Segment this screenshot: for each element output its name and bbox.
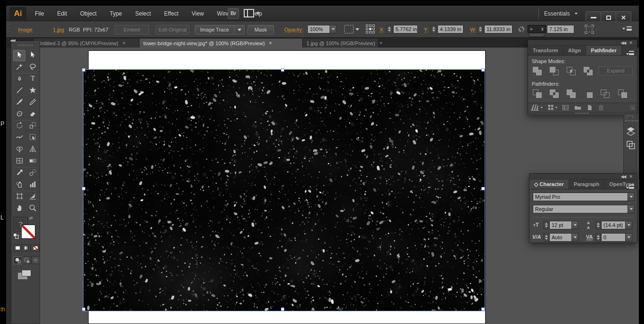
- opacity-label[interactable]: Opacity:: [284, 27, 303, 33]
- new-folder-icon[interactable]: [574, 104, 582, 111]
- artboards-panel-icon[interactable]: [626, 140, 636, 150]
- opacity-dropdown-button[interactable]: [330, 25, 337, 33]
- intersect-icon[interactable]: [566, 66, 577, 76]
- tracking-stepper[interactable]: [595, 233, 601, 242]
- tracking-dropdown-button[interactable]: [626, 233, 632, 242]
- bounding-box-icon[interactable]: [584, 24, 595, 36]
- menu-edit[interactable]: Edit: [52, 10, 72, 17]
- paintbrush-tool[interactable]: [13, 97, 25, 108]
- free-transform-tool[interactable]: [26, 132, 39, 144]
- close-panel-icon[interactable]: ✕: [629, 174, 635, 179]
- w-stepper[interactable]: [478, 25, 483, 33]
- slice-tool[interactable]: [26, 191, 39, 202]
- leading-field[interactable]: (14.4 pt): [601, 221, 626, 229]
- shaper-tool[interactable]: [13, 109, 25, 120]
- direct-selection-tool[interactable]: [26, 50, 39, 61]
- font-style-dropdown-button[interactable]: [628, 205, 635, 213]
- tab-align[interactable]: Align: [563, 46, 586, 55]
- brush-libraries-icon[interactable]: [530, 104, 543, 111]
- embed-button[interactable]: Embed: [115, 25, 149, 34]
- arrange-documents-button[interactable]: [244, 9, 260, 18]
- tab-transform[interactable]: Transform: [528, 46, 563, 55]
- shape-builder-tool[interactable]: [13, 144, 25, 155]
- tab-close-icon[interactable]: ×: [123, 40, 125, 46]
- eraser-tool[interactable]: [26, 109, 39, 120]
- panel-grip[interactable]: [528, 33, 545, 37]
- tab-close-icon[interactable]: ×: [269, 40, 272, 46]
- x-label[interactable]: X:: [380, 27, 384, 33]
- selection-handle[interactable]: [481, 187, 485, 190]
- style-control[interactable]: [344, 25, 359, 33]
- star-tool[interactable]: [26, 85, 39, 97]
- menu-object[interactable]: Object: [75, 10, 101, 17]
- menu-file[interactable]: File: [30, 10, 49, 17]
- collapsed-floating-panel[interactable]: » x: [528, 25, 546, 37]
- document-tab[interactable]: 1.jpg @ 100% (RGB/Preview)×: [303, 39, 379, 48]
- list-view-icon[interactable]: [562, 104, 569, 111]
- blend-tool[interactable]: [26, 168, 39, 179]
- leading-stepper[interactable]: [595, 221, 601, 229]
- y-stepper[interactable]: [431, 25, 437, 33]
- font-family-dropdown-button[interactable]: [628, 193, 635, 201]
- selection-type-label[interactable]: Image: [18, 27, 33, 33]
- type-tool[interactable]: T: [26, 73, 39, 85]
- crop-icon[interactable]: [583, 89, 594, 99]
- gradient-button[interactable]: [22, 244, 31, 251]
- w-label[interactable]: W:: [470, 27, 476, 33]
- scale-tool[interactable]: [26, 121, 39, 132]
- panel-grip[interactable]: [528, 112, 637, 115]
- selection-handle[interactable]: [281, 308, 284, 311]
- h-value-field[interactable]: 7.125 in: [547, 25, 574, 33]
- selection-handle[interactable]: [82, 187, 85, 190]
- exclude-icon[interactable]: [583, 66, 594, 76]
- layers-panel-icon[interactable]: [626, 126, 636, 136]
- document-tab[interactable]: Untitled-3 @ 95% (CMYK/Preview)×: [34, 39, 140, 48]
- divide-icon[interactable]: [532, 89, 543, 99]
- change-screen-mode-button[interactable]: [18, 270, 32, 280]
- kerning-stepper[interactable]: [544, 233, 549, 242]
- merge-icon[interactable]: [566, 89, 577, 99]
- dock-grip[interactable]: [625, 120, 639, 122]
- lasso-tool[interactable]: [26, 62, 39, 73]
- line-segment-tool[interactable]: [13, 85, 25, 97]
- none-button[interactable]: [31, 244, 40, 251]
- unite-icon[interactable]: [532, 66, 543, 76]
- constrain-proportions-icon[interactable]: [517, 24, 526, 36]
- view-by-type-icon[interactable]: [547, 104, 557, 111]
- rotate-tool[interactable]: [13, 121, 25, 132]
- gradient-tool[interactable]: [26, 156, 39, 167]
- panel-grip[interactable]: [18, 44, 33, 46]
- kerning-dropdown-button[interactable]: [572, 233, 578, 242]
- y-value-field[interactable]: 4.1339 in: [438, 25, 463, 33]
- font-family-field[interactable]: Myriad Pro: [533, 193, 628, 201]
- tab-opentype[interactable]: OpenType: [604, 179, 639, 189]
- font-size-field[interactable]: 12 pt: [549, 221, 572, 229]
- hand-tool[interactable]: [13, 203, 25, 214]
- eyedropper-tool[interactable]: [13, 168, 25, 179]
- tracking-field[interactable]: 0: [601, 233, 626, 242]
- font-style-field[interactable]: Regular: [533, 205, 628, 213]
- color-button[interactable]: [13, 244, 22, 251]
- menu-type[interactable]: Type: [105, 10, 127, 17]
- close-panel-icon[interactable]: x: [541, 26, 544, 32]
- edit-original-button[interactable]: Edit Original: [156, 25, 190, 34]
- kerning-field[interactable]: Auto: [549, 233, 572, 242]
- draw-normal-button[interactable]: [13, 256, 22, 264]
- control-panel-menu-button[interactable]: [622, 26, 632, 31]
- panel-grip[interactable]: [7, 24, 10, 34]
- font-size-dropdown-button[interactable]: [572, 221, 578, 229]
- selection-handle[interactable]: [82, 68, 85, 72]
- reference-point-locator[interactable]: [366, 24, 375, 33]
- tab-character[interactable]: ◇ Character: [529, 179, 569, 189]
- column-graph-tool[interactable]: [26, 179, 39, 191]
- draw-inside-button[interactable]: [31, 256, 40, 264]
- expand-panel-icon[interactable]: »: [530, 26, 533, 32]
- swap-fill-stroke-icon[interactable]: ⇄: [29, 216, 33, 220]
- menu-select[interactable]: Select: [131, 10, 156, 17]
- tab-paragraph[interactable]: Paragraph: [569, 179, 604, 189]
- mask-button[interactable]: Mask: [248, 25, 274, 34]
- pencil-tool[interactable]: [26, 97, 39, 108]
- panel-menu-button[interactable]: [626, 49, 634, 57]
- menu-effect[interactable]: Effect: [159, 10, 183, 17]
- trim-icon[interactable]: [549, 89, 560, 99]
